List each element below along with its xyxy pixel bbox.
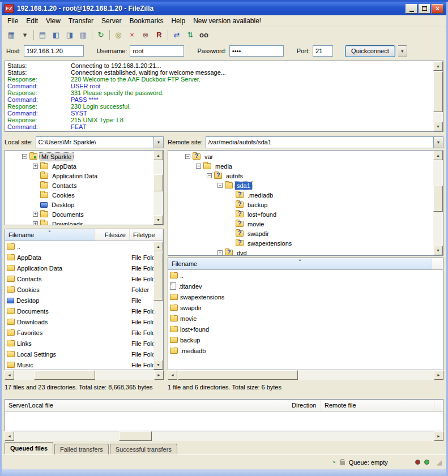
tab-successful-transfers[interactable]: Successful transfers bbox=[110, 444, 177, 454]
file-row-movie[interactable]: movie bbox=[168, 313, 443, 324]
queue-toggle-button[interactable]: ▥ bbox=[76, 29, 90, 41]
collapse-icon[interactable]: − bbox=[217, 183, 223, 188]
sync-browsing-button[interactable]: ⇅ bbox=[184, 29, 197, 41]
tree-item-appdata[interactable]: +AppData bbox=[5, 161, 163, 171]
file-row-backup[interactable]: backup bbox=[168, 335, 443, 345]
scroll-up-icon[interactable]: ▲ bbox=[153, 242, 163, 251]
username-input[interactable] bbox=[130, 45, 184, 57]
file-row-cookies[interactable]: CookiesFolder bbox=[5, 284, 163, 295]
scroll-left-icon[interactable]: ◄ bbox=[168, 370, 177, 380]
menu-item-new-version-available[interactable]: New version available! bbox=[189, 16, 265, 26]
tree-item-contacts[interactable]: Contacts bbox=[5, 181, 163, 190]
scroll-right-icon[interactable]: ► bbox=[434, 370, 443, 380]
menu-item-edit[interactable]: Edit bbox=[22, 16, 42, 26]
file-row-desktop[interactable]: DesktopFile bbox=[5, 295, 163, 306]
scroll-thumb[interactable] bbox=[119, 431, 152, 441]
password-input[interactable] bbox=[229, 45, 284, 57]
disconnect-button[interactable]: ⊗ bbox=[139, 29, 152, 41]
menu-item-server[interactable]: Server bbox=[97, 16, 125, 26]
process-queue-button[interactable]: ◎ bbox=[112, 29, 125, 41]
file-row-parent-directory[interactable]: .. bbox=[168, 270, 443, 281]
remote-site-combobox[interactable]: /var/media/autofs/sda1 ▼ bbox=[206, 136, 443, 148]
tree-item-downloads[interactable]: +Downloads bbox=[5, 219, 163, 225]
scroll-thumb[interactable] bbox=[178, 370, 298, 380]
column-header-server-local-file[interactable]: Server/Local file bbox=[5, 400, 288, 411]
tree-item-desktop[interactable]: Desktop bbox=[5, 200, 163, 209]
combo-dropdown-icon[interactable]: ▼ bbox=[433, 137, 443, 148]
reconnect-button[interactable]: R bbox=[152, 29, 166, 41]
tree-item-mediadb[interactable]: ?.mediadb bbox=[168, 190, 443, 200]
menu-item-file[interactable]: File bbox=[3, 16, 22, 26]
local-list-hscrollbar[interactable]: ◄ ► bbox=[5, 370, 164, 380]
file-row-lost-found[interactable]: lost+found bbox=[168, 324, 443, 335]
column-header-remote-file[interactable]: Remote file bbox=[321, 400, 434, 411]
file-row-downloads[interactable]: DownloadsFile Folder bbox=[5, 316, 163, 327]
tab-queued-files[interactable]: Queued files bbox=[5, 442, 53, 454]
menu-item-view[interactable]: View bbox=[42, 16, 65, 26]
scroll-down-icon[interactable]: ▼ bbox=[433, 122, 443, 131]
local-site-combobox[interactable]: C:\Users\Mr Sparkle\ ▼ bbox=[36, 136, 164, 148]
file-row-swapdir[interactable]: swapdir bbox=[168, 302, 443, 313]
speed-limit-icon[interactable]: ◔ bbox=[331, 459, 335, 466]
tree-item-documents[interactable]: +Documents bbox=[5, 209, 163, 219]
log-scrollbar[interactable]: ▲ ▼ bbox=[433, 61, 443, 131]
resize-grip[interactable]: ◢ bbox=[437, 458, 442, 466]
site-manager-button[interactable]: ▦ bbox=[5, 29, 18, 41]
file-row-application-data[interactable]: Application DataFile Folder bbox=[5, 263, 163, 273]
file-row-titandev[interactable]: .titandev bbox=[168, 281, 443, 291]
find-button[interactable]: oo bbox=[197, 29, 211, 41]
column-header-direction[interactable]: Direction bbox=[288, 400, 321, 411]
tree-item-lost-found[interactable]: ?lost+found bbox=[168, 209, 443, 219]
close-button[interactable]: × bbox=[432, 4, 443, 14]
tree-item-application-data[interactable]: Application Data bbox=[5, 171, 163, 181]
tree-item-backup[interactable]: ?backup bbox=[168, 200, 443, 209]
tree-item-swapdir[interactable]: ?swapdir bbox=[168, 229, 443, 238]
quickconnect-button[interactable]: Quickconnect bbox=[345, 45, 395, 57]
tree-item-sda1[interactable]: −sda1 bbox=[168, 181, 443, 190]
file-row-parent-directory[interactable]: .. bbox=[5, 241, 163, 252]
file-row-contacts[interactable]: ContactsFile Folder bbox=[5, 273, 163, 284]
collapse-icon[interactable]: − bbox=[196, 164, 201, 169]
cancel-button[interactable]: × bbox=[125, 29, 139, 41]
encryption-lock-icon[interactable] bbox=[340, 461, 345, 465]
tree-item-dvd[interactable]: +?dvd bbox=[168, 248, 443, 256]
remote-tree-toggle-button[interactable]: ◨ bbox=[63, 29, 76, 41]
scroll-thumb[interactable] bbox=[153, 252, 163, 301]
tree-item-autofs[interactable]: −?autofs bbox=[168, 171, 443, 181]
column-header-filesize[interactable]: Filesize bbox=[95, 229, 130, 241]
column-header-filename[interactable]: Filename▲ bbox=[5, 229, 95, 241]
scroll-down-icon[interactable]: ▼ bbox=[433, 246, 443, 255]
maximize-button[interactable] bbox=[419, 4, 430, 14]
scroll-left-icon[interactable]: ◄ bbox=[5, 431, 14, 441]
expand-icon[interactable]: + bbox=[217, 250, 223, 255]
collapse-icon[interactable]: − bbox=[22, 154, 27, 159]
menu-item-bookmarks[interactable]: Bookmarks bbox=[125, 16, 167, 26]
file-row-mediadb[interactable]: .mediadb bbox=[168, 345, 443, 356]
expand-icon[interactable]: + bbox=[33, 164, 38, 169]
file-row-links[interactable]: LinksFile Folder bbox=[5, 338, 163, 349]
menu-item-help[interactable]: Help bbox=[167, 16, 189, 26]
file-row-music[interactable]: MusicFile Folder bbox=[5, 359, 163, 370]
site-manager-dropdown-button[interactable]: ▾ bbox=[18, 29, 32, 41]
file-row-swapextensions[interactable]: swapextensions bbox=[168, 291, 443, 302]
file-row-local-settings[interactable]: Local SettingsFile Folder bbox=[5, 349, 163, 359]
scroll-up-icon[interactable]: ▲ bbox=[433, 151, 443, 160]
scroll-thumb[interactable] bbox=[433, 186, 443, 212]
tree-item-mr-sparkle[interactable]: −Mr Sparkle bbox=[5, 152, 163, 161]
tree-item-cookies[interactable]: Cookies bbox=[5, 190, 163, 200]
collapse-icon[interactable]: − bbox=[207, 173, 212, 178]
scroll-up-icon[interactable]: ▲ bbox=[153, 151, 163, 160]
title-bar[interactable]: FZ 192.168.1.20 - root@192.168.1.20 - Fi… bbox=[2, 2, 446, 15]
file-row-favorites[interactable]: FavoritesFile Folder bbox=[5, 327, 163, 338]
port-input[interactable] bbox=[313, 45, 333, 57]
remote-list-hscrollbar[interactable]: ◄ ► bbox=[168, 370, 443, 380]
tree-item-var[interactable]: −?var bbox=[168, 152, 443, 161]
collapse-icon[interactable]: − bbox=[185, 154, 190, 159]
local-list-scrollbar[interactable]: ▲ ▼ bbox=[153, 242, 163, 370]
tree-item-movie[interactable]: ?movie bbox=[168, 219, 443, 229]
queue-hscrollbar[interactable]: ◄ ► bbox=[5, 431, 443, 441]
combo-dropdown-icon[interactable]: ▼ bbox=[153, 137, 163, 148]
scroll-right-icon[interactable]: ► bbox=[434, 431, 443, 441]
scroll-left-icon[interactable]: ◄ bbox=[5, 370, 14, 380]
column-header-filename[interactable]: Filename▲ bbox=[168, 258, 432, 269]
